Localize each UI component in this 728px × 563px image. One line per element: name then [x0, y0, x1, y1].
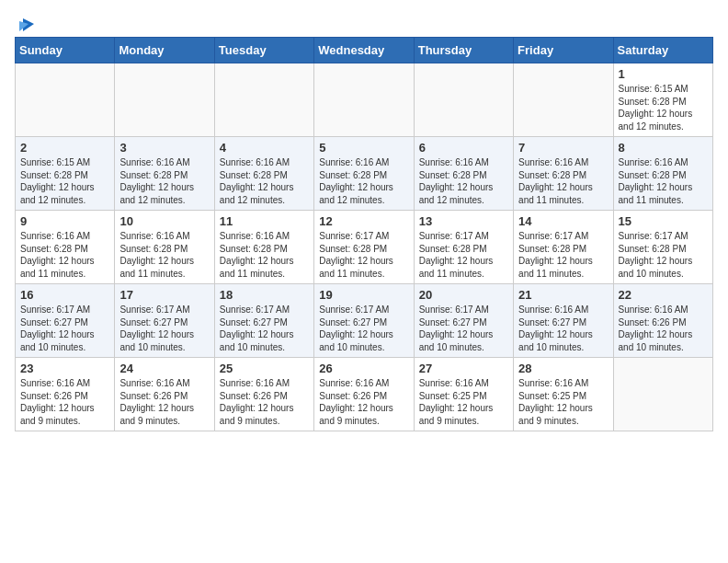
day-number: 12 — [319, 214, 408, 228]
day-info: Sunrise: 6:17 AM Sunset: 6:28 PM Dayligh… — [319, 230, 408, 280]
calendar-cell: 21Sunrise: 6:16 AM Sunset: 6:27 PM Dayli… — [514, 284, 613, 358]
day-number: 15 — [619, 214, 708, 228]
calendar-cell: 5Sunrise: 6:16 AM Sunset: 6:28 PM Daylig… — [314, 137, 414, 211]
day-number: 16 — [20, 288, 109, 302]
day-info: Sunrise: 6:16 AM Sunset: 6:26 PM Dayligh… — [619, 304, 708, 353]
calendar-cell — [16, 63, 115, 137]
weekday-header-tuesday: Tuesday — [214, 38, 313, 63]
day-info: Sunrise: 6:16 AM Sunset: 6:25 PM Dayligh… — [518, 377, 608, 427]
calendar-cell: 24Sunrise: 6:16 AM Sunset: 6:26 PM Dayli… — [115, 358, 214, 431]
calendar-cell: 16Sunrise: 6:17 AM Sunset: 6:27 PM Dayli… — [16, 284, 115, 358]
day-number: 5 — [319, 141, 408, 155]
calendar-cell: 28Sunrise: 6:16 AM Sunset: 6:25 PM Dayli… — [514, 358, 613, 431]
day-info: Sunrise: 6:15 AM Sunset: 6:28 PM Dayligh… — [20, 156, 109, 206]
day-info: Sunrise: 6:16 AM Sunset: 6:27 PM Dayligh… — [518, 304, 608, 353]
day-number: 11 — [220, 214, 309, 228]
day-info: Sunrise: 6:16 AM Sunset: 6:28 PM Dayligh… — [220, 156, 309, 206]
day-number: 23 — [20, 362, 109, 375]
day-info: Sunrise: 6:17 AM Sunset: 6:27 PM Dayligh… — [20, 304, 109, 353]
day-number: 25 — [220, 362, 309, 375]
calendar-cell — [115, 63, 214, 137]
day-info: Sunrise: 6:17 AM Sunset: 6:28 PM Dayligh… — [518, 230, 608, 280]
day-info: Sunrise: 6:16 AM Sunset: 6:28 PM Dayligh… — [119, 230, 209, 280]
day-number: 1 — [619, 67, 708, 81]
day-info: Sunrise: 6:16 AM Sunset: 6:28 PM Dayligh… — [20, 230, 109, 280]
calendar-cell: 18Sunrise: 6:17 AM Sunset: 6:27 PM Dayli… — [214, 284, 313, 358]
calendar-cell: 23Sunrise: 6:16 AM Sunset: 6:26 PM Dayli… — [16, 358, 115, 431]
calendar-cell: 14Sunrise: 6:17 AM Sunset: 6:28 PM Dayli… — [514, 211, 613, 284]
calendar-cell: 3Sunrise: 6:16 AM Sunset: 6:28 PM Daylig… — [115, 137, 214, 211]
day-info: Sunrise: 6:16 AM Sunset: 6:28 PM Dayligh… — [518, 156, 608, 206]
calendar-cell: 9Sunrise: 6:16 AM Sunset: 6:28 PM Daylig… — [16, 211, 115, 284]
weekday-header-saturday: Saturday — [613, 38, 712, 63]
day-number: 27 — [419, 362, 508, 375]
calendar-cell — [314, 63, 414, 137]
calendar-cell: 27Sunrise: 6:16 AM Sunset: 6:25 PM Dayli… — [414, 358, 513, 431]
day-info: Sunrise: 6:16 AM Sunset: 6:26 PM Dayligh… — [220, 377, 309, 427]
logo — [15, 15, 36, 29]
calendar-cell: 15Sunrise: 6:17 AM Sunset: 6:28 PM Dayli… — [613, 211, 712, 284]
day-number: 19 — [319, 288, 408, 302]
calendar-cell — [613, 358, 712, 431]
day-number: 21 — [518, 288, 608, 302]
day-info: Sunrise: 6:16 AM Sunset: 6:26 PM Dayligh… — [20, 377, 109, 427]
calendar-cell: 19Sunrise: 6:17 AM Sunset: 6:27 PM Dayli… — [314, 284, 414, 358]
weekday-header-friday: Friday — [514, 38, 613, 63]
day-number: 13 — [419, 214, 508, 228]
day-info: Sunrise: 6:15 AM Sunset: 6:28 PM Dayligh… — [619, 83, 708, 132]
calendar-cell: 25Sunrise: 6:16 AM Sunset: 6:26 PM Dayli… — [214, 358, 313, 431]
weekday-header-monday: Monday — [115, 38, 214, 63]
day-number: 26 — [319, 362, 408, 375]
day-number: 24 — [119, 362, 209, 375]
day-info: Sunrise: 6:17 AM Sunset: 6:27 PM Dayligh… — [220, 304, 309, 353]
calendar-cell — [514, 63, 613, 137]
day-number: 10 — [119, 214, 209, 228]
calendar-cell: 7Sunrise: 6:16 AM Sunset: 6:28 PM Daylig… — [514, 137, 613, 211]
day-number: 7 — [518, 141, 608, 155]
calendar-table: SundayMondayTuesdayWednesdayThursdayFrid… — [15, 37, 713, 431]
day-number: 9 — [20, 214, 109, 228]
calendar-cell: 1Sunrise: 6:15 AM Sunset: 6:28 PM Daylig… — [613, 63, 712, 137]
day-number: 2 — [20, 141, 109, 155]
day-info: Sunrise: 6:17 AM Sunset: 6:27 PM Dayligh… — [319, 304, 408, 353]
weekday-header-wednesday: Wednesday — [314, 38, 414, 63]
day-info: Sunrise: 6:16 AM Sunset: 6:28 PM Dayligh… — [220, 230, 309, 280]
calendar-cell: 6Sunrise: 6:16 AM Sunset: 6:28 PM Daylig… — [414, 137, 513, 211]
day-info: Sunrise: 6:17 AM Sunset: 6:28 PM Dayligh… — [419, 230, 508, 280]
calendar-cell: 2Sunrise: 6:15 AM Sunset: 6:28 PM Daylig… — [16, 137, 115, 211]
day-number: 20 — [419, 288, 508, 302]
day-info: Sunrise: 6:16 AM Sunset: 6:25 PM Dayligh… — [419, 377, 508, 427]
calendar-cell: 26Sunrise: 6:16 AM Sunset: 6:26 PM Dayli… — [314, 358, 414, 431]
weekday-header-thursday: Thursday — [414, 38, 513, 63]
day-info: Sunrise: 6:16 AM Sunset: 6:26 PM Dayligh… — [319, 377, 408, 427]
calendar-cell: 20Sunrise: 6:17 AM Sunset: 6:27 PM Dayli… — [414, 284, 513, 358]
logo-icon — [16, 15, 36, 35]
calendar-cell: 13Sunrise: 6:17 AM Sunset: 6:28 PM Dayli… — [414, 211, 513, 284]
calendar-cell: 8Sunrise: 6:16 AM Sunset: 6:28 PM Daylig… — [613, 137, 712, 211]
weekday-header-sunday: Sunday — [16, 38, 115, 63]
day-info: Sunrise: 6:16 AM Sunset: 6:28 PM Dayligh… — [319, 156, 408, 206]
day-number: 18 — [220, 288, 309, 302]
calendar-cell: 22Sunrise: 6:16 AM Sunset: 6:26 PM Dayli… — [613, 284, 712, 358]
calendar-cell: 11Sunrise: 6:16 AM Sunset: 6:28 PM Dayli… — [214, 211, 313, 284]
calendar-cell — [214, 63, 313, 137]
day-number: 28 — [518, 362, 608, 375]
day-number: 6 — [419, 141, 508, 155]
day-number: 3 — [119, 141, 209, 155]
calendar-cell — [414, 63, 513, 137]
calendar-cell: 4Sunrise: 6:16 AM Sunset: 6:28 PM Daylig… — [214, 137, 313, 211]
day-info: Sunrise: 6:17 AM Sunset: 6:27 PM Dayligh… — [119, 304, 209, 353]
calendar-cell: 10Sunrise: 6:16 AM Sunset: 6:28 PM Dayli… — [115, 211, 214, 284]
day-number: 8 — [619, 141, 708, 155]
day-info: Sunrise: 6:16 AM Sunset: 6:28 PM Dayligh… — [419, 156, 508, 206]
page-header — [15, 15, 713, 29]
day-info: Sunrise: 6:16 AM Sunset: 6:26 PM Dayligh… — [119, 377, 209, 427]
day-number: 17 — [119, 288, 209, 302]
day-number: 14 — [518, 214, 608, 228]
calendar-cell: 12Sunrise: 6:17 AM Sunset: 6:28 PM Dayli… — [314, 211, 414, 284]
day-number: 22 — [619, 288, 708, 302]
day-info: Sunrise: 6:17 AM Sunset: 6:28 PM Dayligh… — [619, 230, 708, 280]
day-info: Sunrise: 6:16 AM Sunset: 6:28 PM Dayligh… — [619, 156, 708, 206]
day-info: Sunrise: 6:17 AM Sunset: 6:27 PM Dayligh… — [419, 304, 508, 353]
day-number: 4 — [220, 141, 309, 155]
